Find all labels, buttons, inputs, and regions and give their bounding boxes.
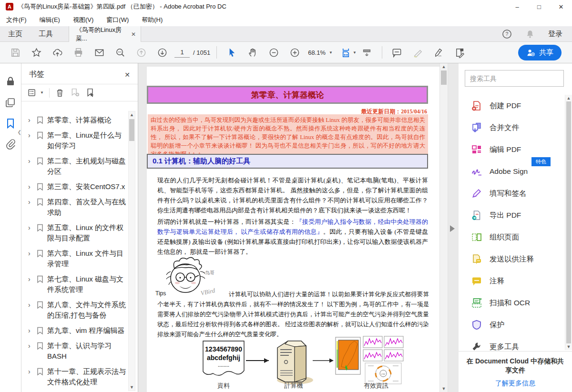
chevron-right-icon[interactable]: ›: [28, 248, 33, 259]
scroll-up-icon[interactable]: ▲: [129, 112, 135, 117]
bookmark-item[interactable]: › 第十一章、正规表示法与文件格式化处理: [28, 364, 127, 390]
search-icon[interactable]: [110, 44, 131, 60]
minimize-button[interactable]: –: [506, 0, 528, 13]
display-settings-icon[interactable]: [357, 44, 378, 60]
tool-item[interactable]: 注释: [459, 270, 565, 292]
print-icon[interactable]: [68, 44, 89, 60]
zoom-level-dropdown[interactable]: 68.1% ▼: [305, 49, 336, 56]
chevron-right-icon[interactable]: ›: [28, 156, 33, 166]
menu-window[interactable]: 窗口(W): [106, 16, 129, 24]
select-tool-icon[interactable]: [221, 44, 242, 60]
chevron-right-icon[interactable]: ›: [28, 300, 33, 310]
bookmark-item[interactable]: › 第一章、Linux是什么与如何学习: [28, 128, 127, 153]
maximize-button[interactable]: □: [528, 0, 550, 13]
tool-item[interactable]: 填写和签名: [459, 182, 565, 204]
chevron-right-icon[interactable]: ›: [28, 366, 33, 377]
chevron-down-icon[interactable]: ▼: [353, 50, 357, 55]
tab-document[interactable]: 《鸟哥的Linux房菜... ✕: [69, 26, 141, 42]
tool-item[interactable]: 创建 PDF: [459, 95, 565, 117]
zoom-out-icon[interactable]: [263, 44, 284, 60]
scrollbar-thumb[interactable]: [441, 70, 447, 85]
bookmark-item[interactable]: › 第二章、主机规划与磁盘分区: [28, 153, 127, 179]
tool-item[interactable]: Adobe Sign 特色: [459, 161, 565, 182]
scroll-down-icon[interactable]: ▼: [129, 385, 135, 390]
scrollbar-thumb[interactable]: [129, 119, 134, 141]
bookmark-item[interactable]: › 第八章、文件与文件系统的压缩,打包与备份: [28, 297, 127, 323]
menu-help[interactable]: 帮助(H): [142, 16, 163, 24]
bookmark-item[interactable]: › 第十二章、学习 Shell Script: [28, 390, 127, 392]
login-button[interactable]: 登录: [548, 30, 562, 39]
bookmark-item[interactable]: › 第十章、认识与学习BASH: [28, 338, 127, 364]
attachments-icon[interactable]: [5, 139, 16, 150]
document-viewport[interactable]: 第零章、计算器概论 最近更新日期：2015/04/16 由过去的经验当中，鸟哥发…: [138, 63, 459, 392]
previous-page-icon[interactable]: [131, 44, 152, 60]
chevron-right-icon[interactable]: ›: [28, 274, 33, 284]
bookmark-item[interactable]: › 第九章、vim 程序编辑器: [28, 323, 127, 338]
zoom-in-icon[interactable]: [284, 44, 305, 60]
scroll-down-icon[interactable]: ▼: [440, 386, 448, 391]
bookmark-item[interactable]: › 第五章、Linux 的文件权限与目录配置: [28, 220, 127, 246]
scroll-up-icon[interactable]: ▲: [440, 64, 448, 69]
tool-item[interactable]: 更多工具: [459, 336, 565, 351]
scroll-up-icon[interactable]: ▲: [565, 96, 572, 101]
cloud-upload-icon[interactable]: [47, 44, 68, 60]
page-number-input[interactable]: [174, 47, 190, 58]
notifications-bell-icon[interactable]: [525, 29, 535, 39]
bookmark-item[interactable]: › 第三章、安装CentOS7.x: [28, 179, 127, 194]
chevron-right-icon[interactable]: ›: [28, 181, 33, 192]
tools-scrollbar[interactable]: ▲ ▼: [565, 95, 572, 350]
chevron-right-icon[interactable]: ›: [28, 325, 33, 336]
bookmark-item[interactable]: › 第零章、计算器概论: [28, 112, 127, 128]
star-icon[interactable]: [26, 44, 47, 60]
tab-close-icon[interactable]: ✕: [131, 31, 136, 38]
bookmark-options-icon[interactable]: [27, 88, 37, 98]
bookmark-label: 第十一章、正规表示法与文件格式化处理: [47, 366, 127, 387]
bookmark-item[interactable]: › 第七章、Linux 磁盘与文件系统管理: [28, 271, 127, 297]
tool-item[interactable]: 扫描和 OCR: [459, 292, 565, 314]
tab-tools[interactable]: 工具: [31, 26, 61, 41]
next-page-icon[interactable]: [152, 44, 173, 60]
tool-item[interactable]: 发送以供注释: [459, 248, 565, 270]
chevron-right-icon[interactable]: ›: [28, 130, 33, 141]
lock-icon[interactable]: [5, 76, 16, 87]
menu-edit[interactable]: 编辑(E): [40, 16, 60, 24]
bookmarks-scrollbar[interactable]: ▲ ▼: [128, 111, 135, 391]
comment-icon[interactable]: [387, 44, 408, 60]
save-icon[interactable]: [5, 44, 26, 60]
highlight-icon[interactable]: [408, 44, 429, 60]
hand-tool-icon[interactable]: [242, 44, 263, 60]
page-thumbnails-icon[interactable]: [5, 97, 16, 108]
edit-tools-icon[interactable]: [449, 44, 470, 60]
scrollbar-thumb[interactable]: [566, 101, 571, 343]
tool-item[interactable]: 合并文件: [459, 117, 565, 139]
bookmark-item[interactable]: › 第六章、Linux 文件与目录管理: [28, 246, 127, 271]
chevron-right-icon[interactable]: ›: [28, 197, 33, 207]
tab-home[interactable]: 主页: [0, 26, 31, 41]
panel-collapse-notch[interactable]: ❮: [18, 130, 21, 135]
close-button[interactable]: ✕: [550, 0, 572, 13]
bookmarks-close-icon[interactable]: ✕: [124, 71, 130, 79]
menu-file[interactable]: 文件(F): [6, 16, 27, 24]
help-icon[interactable]: ?: [502, 29, 512, 39]
tool-item[interactable]: 保护: [459, 314, 565, 336]
scroll-down-icon[interactable]: ▼: [565, 344, 572, 349]
email-icon[interactable]: [89, 44, 110, 60]
bookmark-item[interactable]: › 第四章、首次登入与在线求助: [28, 194, 127, 220]
sign-pen-icon[interactable]: [429, 44, 449, 60]
new-bookmark-icon[interactable]: [70, 88, 80, 98]
expand-arrow-icon[interactable]: [450, 225, 455, 232]
document-scrollbar[interactable]: ▲ ▼: [439, 63, 448, 392]
expand-current-bookmark-icon[interactable]: [85, 88, 95, 98]
chevron-right-icon[interactable]: ›: [28, 222, 33, 233]
share-button[interactable]: 共享: [518, 45, 562, 60]
chevron-down-icon[interactable]: ▼: [40, 90, 44, 95]
tool-item[interactable]: 组织页面: [459, 226, 565, 248]
bookmarks-panel-icon[interactable]: [5, 118, 16, 129]
menu-view[interactable]: 视图(V): [73, 16, 93, 24]
delete-bookmark-icon[interactable]: [55, 88, 65, 98]
chevron-right-icon[interactable]: ›: [28, 115, 33, 125]
learn-more-link[interactable]: 了解更多信息: [495, 379, 535, 388]
tools-search-input[interactable]: [465, 70, 564, 87]
tool-item[interactable]: 导出 PDF: [459, 204, 565, 226]
chevron-right-icon[interactable]: ›: [28, 341, 33, 351]
